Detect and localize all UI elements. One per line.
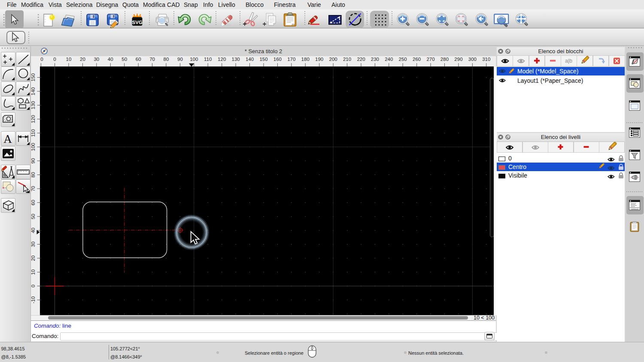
svg-text:80: 80 [164, 57, 169, 62]
svg-text:command: command [631, 208, 638, 210]
svg-text:80: 80 [30, 172, 36, 178]
svg-text:170: 170 [287, 57, 295, 62]
svg-text:50: 50 [30, 214, 36, 220]
svg-text:310: 310 [482, 57, 490, 62]
svg-text:0: 0 [40, 57, 43, 62]
svg-text:20: 20 [80, 57, 85, 62]
svg-text:70: 70 [149, 57, 155, 62]
svg-text:130: 130 [232, 57, 240, 62]
svg-text:130: 130 [30, 101, 36, 109]
svg-text:220: 220 [357, 57, 365, 62]
svg-text:260: 260 [413, 57, 421, 62]
svg-text:0: 0 [53, 57, 56, 62]
svg-text:120: 120 [30, 115, 36, 123]
svg-text:150: 150 [259, 57, 267, 62]
svg-text:10: 10 [66, 57, 72, 62]
svg-text:120: 120 [218, 57, 226, 62]
svg-text:40: 40 [30, 228, 36, 233]
svg-text:100: 100 [30, 143, 36, 151]
svg-text:-10: -10 [30, 296, 36, 304]
svg-text:140: 140 [246, 57, 254, 62]
svg-text:0: 0 [30, 285, 36, 287]
svg-text:290: 290 [454, 57, 462, 62]
svg-text:180: 180 [301, 57, 310, 62]
svg-text:40: 40 [108, 57, 113, 62]
svg-text:150: 150 [30, 73, 36, 81]
svg-text:230: 230 [371, 57, 379, 62]
svg-text:200: 200 [329, 57, 337, 62]
svg-text:190: 190 [315, 57, 323, 62]
svg-text:90: 90 [177, 57, 183, 62]
svg-text:110: 110 [204, 57, 212, 62]
svg-text:30: 30 [94, 57, 99, 62]
svg-text:30: 30 [30, 241, 36, 247]
svg-text:60: 60 [136, 57, 141, 62]
svg-text:A: A [3, 133, 12, 145]
svg-text:SVG: SVG [132, 20, 143, 25]
svg-text:100: 100 [190, 57, 198, 62]
svg-text:110: 110 [30, 129, 36, 137]
svg-text:10: 10 [30, 269, 36, 275]
svg-text:210: 210 [343, 57, 351, 62]
svg-text:240: 240 [385, 57, 393, 62]
svg-text:20: 20 [30, 256, 36, 261]
svg-text:70: 70 [30, 186, 36, 192]
svg-text:60: 60 [30, 200, 36, 205]
svg-text:140: 140 [30, 87, 36, 96]
svg-text:250: 250 [399, 57, 407, 62]
svg-text:90: 90 [30, 158, 36, 164]
svg-text:a|b: a|b [565, 58, 572, 64]
svg-text:280: 280 [440, 57, 449, 62]
svg-text:270: 270 [426, 57, 434, 62]
svg-text:50: 50 [122, 57, 127, 62]
svg-text:160: 160 [273, 57, 282, 62]
svg-text:300: 300 [468, 57, 477, 62]
